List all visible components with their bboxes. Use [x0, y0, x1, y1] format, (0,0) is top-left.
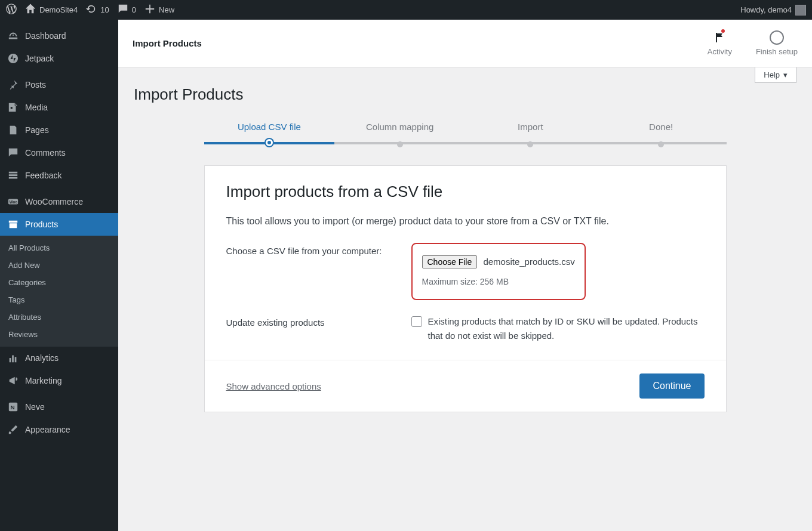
card-description: This tool allows you to import (or merge… — [226, 214, 705, 229]
howdy-text: Howdy, demo4 — [740, 5, 792, 14]
progress-steps: Upload CSV file Column mapping Import Do… — [204, 122, 727, 147]
wp-logo[interactable] — [6, 4, 17, 16]
circle-icon — [770, 30, 784, 45]
continue-button[interactable]: Continue — [639, 373, 704, 399]
submenu-add-new[interactable]: Add New — [0, 257, 118, 274]
jetpack-icon — [7, 53, 19, 64]
sidebar-item-jetpack[interactable]: Jetpack — [0, 47, 118, 70]
help-label: Help — [764, 70, 780, 79]
sidebar-item-label: Media — [25, 103, 48, 112]
sidebar-item-neve[interactable]: NNeve — [0, 396, 118, 418]
update-existing-description: Existing products that match by ID or SK… — [428, 314, 705, 343]
sidebar-item-label: Pages — [25, 125, 49, 135]
file-input-highlight: Choose File demosite_products.csv Maximu… — [411, 243, 586, 300]
sidebar-item-label: Appearance — [25, 425, 70, 434]
max-size-text: Maximum size: 256 MB — [422, 275, 575, 288]
submenu-attributes[interactable]: Attributes — [0, 308, 118, 326]
sidebar-item-label: Dashboard — [25, 31, 66, 41]
updates-link[interactable]: 10 — [86, 4, 109, 16]
wordpress-icon — [6, 4, 17, 16]
step-column-mapping: Column mapping — [334, 122, 465, 147]
avatar-icon — [795, 5, 806, 16]
comments-count: 0 — [132, 5, 136, 14]
sidebar-item-label: Marketing — [25, 376, 61, 385]
sidebar-item-products[interactable]: Products — [0, 213, 118, 236]
show-advanced-link[interactable]: Show advanced options — [226, 381, 321, 391]
svg-point-0 — [8, 54, 18, 63]
sidebar-item-label: Feedback — [25, 171, 61, 180]
pin-icon — [7, 79, 19, 91]
import-card: Import products from a CSV file This too… — [204, 165, 727, 412]
site-name-link[interactable]: DemoSite4 — [25, 4, 78, 16]
submenu-categories[interactable]: Categories — [0, 274, 118, 291]
refresh-icon — [86, 4, 97, 16]
new-label: New — [159, 5, 174, 14]
sidebar-item-label: Analytics — [25, 353, 59, 363]
new-content-link[interactable]: New — [144, 4, 174, 16]
sidebar-item-appearance[interactable]: Appearance — [0, 418, 118, 441]
archive-icon — [7, 218, 19, 230]
plus-icon — [144, 4, 155, 16]
sidebar-item-feedback[interactable]: Feedback — [0, 164, 118, 187]
sidebar-item-media[interactable]: Media — [0, 96, 118, 119]
bar-chart-icon — [7, 352, 19, 364]
finish-setup-button[interactable]: Finish setup — [756, 30, 798, 56]
megaphone-icon — [7, 375, 19, 387]
activity-button[interactable]: Activity — [708, 30, 732, 56]
woo-icon: Woo — [7, 196, 19, 208]
step-done: Done! — [596, 122, 727, 147]
sidebar-item-marketing[interactable]: Marketing — [0, 369, 118, 392]
activity-label: Activity — [708, 47, 732, 56]
gauge-icon — [7, 30, 19, 42]
home-icon — [25, 4, 36, 16]
sidebar-item-label: WooCommerce — [25, 197, 83, 206]
update-existing-label: Update existing products — [226, 314, 411, 343]
sidebar-item-label: Neve — [25, 402, 45, 412]
sidebar-item-pages[interactable]: Pages — [0, 119, 118, 141]
step-import: Import — [465, 122, 596, 147]
site-name: DemoSite4 — [39, 5, 78, 14]
help-tab[interactable]: Help▾ — [755, 67, 796, 83]
sidebar-item-label: Products — [25, 220, 58, 229]
neve-icon: N — [7, 401, 19, 413]
sidebar-item-label: Posts — [25, 80, 46, 89]
submenu-reviews[interactable]: Reviews — [0, 326, 118, 343]
admin-sidebar: Dashboard Jetpack Posts Media Pages Comm… — [0, 20, 118, 531]
sidebar-item-comments[interactable]: Comments — [0, 141, 118, 164]
page-icon — [7, 124, 19, 136]
sidebar-item-posts[interactable]: Posts — [0, 73, 118, 96]
finish-label: Finish setup — [756, 47, 798, 56]
step-upload: Upload CSV file — [204, 122, 335, 147]
comment-icon — [7, 147, 19, 159]
form-icon — [7, 169, 19, 181]
card-heading: Import products from a CSV file — [226, 183, 705, 201]
updates-count: 10 — [100, 5, 109, 14]
header-title: Import Products — [133, 38, 202, 48]
sidebar-item-analytics[interactable]: Analytics — [0, 347, 118, 369]
svg-text:N: N — [11, 404, 15, 410]
sidebar-item-label: Comments — [25, 148, 66, 158]
comment-icon — [118, 4, 128, 16]
comments-link[interactable]: 0 — [118, 4, 136, 16]
sidebar-item-woocommerce[interactable]: WooWooCommerce — [0, 190, 118, 213]
media-icon — [7, 101, 19, 113]
choose-file-button[interactable]: Choose File — [422, 255, 478, 268]
sidebar-item-label: Jetpack — [25, 54, 54, 63]
svg-text:Woo: Woo — [10, 200, 18, 204]
submenu-tags[interactable]: Tags — [0, 291, 118, 308]
sidebar-item-dashboard[interactable]: Dashboard — [0, 24, 118, 47]
page-header-strip: Import Products Activity Finish setup — [118, 20, 812, 67]
page-title: Import Products — [134, 85, 796, 104]
chevron-down-icon: ▾ — [783, 70, 788, 79]
choose-file-label: Choose a CSV file from your computer: — [226, 243, 411, 300]
brush-icon — [7, 424, 19, 436]
update-existing-checkbox[interactable] — [411, 316, 422, 327]
products-submenu: All Products Add New Categories Tags Att… — [0, 236, 118, 347]
submenu-all-products[interactable]: All Products — [0, 239, 118, 257]
flag-icon — [712, 30, 727, 45]
selected-file-name: demosite_products.csv — [483, 257, 574, 267]
account-menu[interactable]: Howdy, demo4 — [740, 5, 806, 16]
